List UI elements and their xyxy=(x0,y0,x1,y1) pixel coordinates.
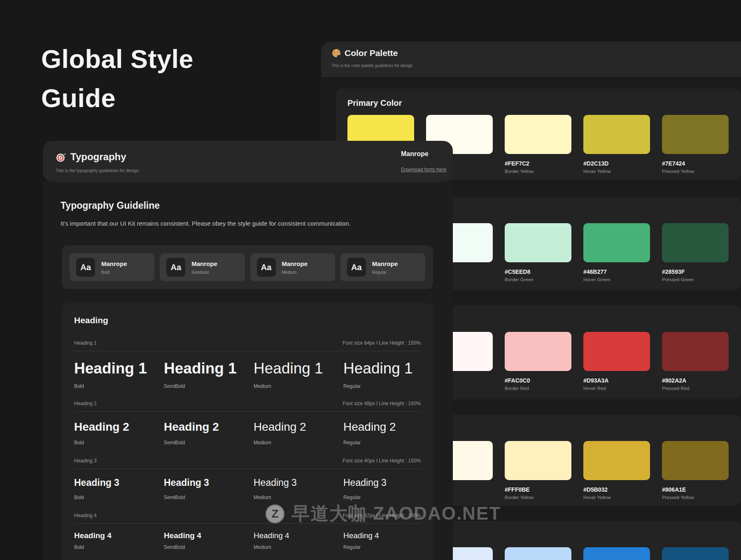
font-card-weight: Medium xyxy=(282,270,308,275)
color-swatch xyxy=(505,115,571,154)
swatch-name: Hover Yellow xyxy=(583,495,611,500)
swatch-name: Border Red xyxy=(505,386,530,391)
swatch-label: #C5EED8Border Green xyxy=(505,268,534,282)
heading-sample-cell: Heading 4Bold xyxy=(74,531,164,551)
heading-sample-cell: Heading 1Bold xyxy=(74,359,164,389)
swatch-name: Pressed Yellow xyxy=(662,169,694,174)
heading-sample-cell: Heading 3Bold xyxy=(74,477,164,500)
color-swatch xyxy=(662,115,729,154)
heading-sample: Heading 3 xyxy=(164,477,254,489)
heading-weight-label: SemiBold xyxy=(164,383,254,389)
font-sample-aa: Aa xyxy=(261,263,272,272)
heading-row-head: Heading 2Font size 48px I Line Height : … xyxy=(74,401,421,406)
heading-sample: Heading 3 xyxy=(254,477,343,489)
heading-row-label: Heading 4 xyxy=(74,513,97,518)
font-card-text: ManropeSemibold xyxy=(191,260,217,275)
heading-sample-cell: Heading 2Bold xyxy=(74,420,164,446)
heading-weight-label: Bold xyxy=(74,544,164,550)
heading-sample: Heading 2 xyxy=(343,420,421,434)
swatch-label: #D5B032Hover Yellow xyxy=(583,486,611,500)
page-title: Global Style Guide xyxy=(41,40,226,117)
heading-sample: Heading 3 xyxy=(74,477,164,489)
typography-guideline-text: It's important that our UI Kit remains c… xyxy=(61,220,351,227)
color-swatch xyxy=(583,332,650,371)
swatch-label: #806A1EPressed Yellow xyxy=(662,486,694,500)
typography-header: Typography This is the typography guidel… xyxy=(43,141,453,182)
heading-row-head: Heading 3Font size 40px I Line Height : … xyxy=(74,458,421,464)
swatch-label: #FFF0BEBorder Yellow xyxy=(505,486,534,500)
swatch-name: Border Yellow xyxy=(505,169,534,174)
color-swatch xyxy=(505,547,571,560)
swatch-hex: #FAC0C0 xyxy=(505,377,530,384)
swatch-hex: #FFF0BE xyxy=(505,486,534,493)
heading-sample: Heading 1 xyxy=(343,359,421,378)
heading-sample-cell: Heading 2SemiBold xyxy=(164,420,254,446)
swatch-hex: #C5EED8 xyxy=(505,268,534,275)
font-card-weight: Semibold xyxy=(191,270,217,275)
heading-samples: Heading 1BoldHeading 1SemiBoldHeading 1M… xyxy=(74,359,421,389)
swatch-name: Border Green xyxy=(505,277,534,282)
heading-weight-label: Bold xyxy=(74,440,164,446)
swatch-hex: #46B277 xyxy=(583,268,611,275)
heading-weight-label: Medium xyxy=(254,544,343,550)
swatch-label: #7E7424Pressed Yellow xyxy=(662,160,694,174)
heading-row-head: Heading 1Font size 64px I Line Height : … xyxy=(74,340,421,346)
swatch-name: Pressed Yellow xyxy=(662,495,694,500)
typography-guideline-title: Typography Guideline xyxy=(61,200,160,211)
color-swatch xyxy=(583,441,650,480)
heading-row: Heading 2Font size 48px I Line Height : … xyxy=(74,401,421,446)
color-section-title: Primary Color xyxy=(347,98,402,108)
heading-weight-label: Bold xyxy=(74,383,164,389)
heading-weight-label: SemiBold xyxy=(164,495,254,500)
heading-weight-label: SemiBold xyxy=(164,544,254,550)
font-card-name: Manrope xyxy=(282,260,308,267)
color-swatch xyxy=(662,441,729,480)
swatch-name: Hover Yellow xyxy=(583,169,611,174)
color-swatch xyxy=(662,332,729,371)
color-palette-header: Color Palette This is the color palette … xyxy=(321,42,741,77)
heading-weight-label: Regular xyxy=(343,383,421,389)
heading-sample-cell: Heading 1Medium xyxy=(254,359,343,389)
heading-sample: Heading 2 xyxy=(164,420,254,434)
color-swatch xyxy=(505,332,571,371)
font-card-name: Manrope xyxy=(101,260,127,267)
swatch-name: Pressed Red xyxy=(662,386,689,391)
color-swatch xyxy=(583,223,650,262)
heading-weight-label: Regular xyxy=(343,544,421,550)
heading-row: Heading 3Font size 40px I Line Height : … xyxy=(74,458,421,500)
swatch-hex: #FEF7C2 xyxy=(505,160,534,167)
font-card-name: Manrope xyxy=(191,260,217,267)
font-sample-box: Aa xyxy=(76,258,95,277)
color-swatch xyxy=(662,223,729,262)
swatch-name: Hover Red xyxy=(583,386,608,391)
divider xyxy=(74,351,421,351)
font-sample-aa: Aa xyxy=(170,263,181,272)
style-guide-canvas: Global Style Guide Color Palette This is… xyxy=(0,0,741,560)
color-swatch xyxy=(505,441,571,480)
watermark-badge: Z xyxy=(266,504,284,523)
heading-sample: Heading 3 xyxy=(343,477,421,489)
font-sample-box: Aa xyxy=(257,258,276,277)
heading-weight-label: Medium xyxy=(254,495,343,500)
swatch-label: #46B277Hover Green xyxy=(583,268,611,282)
font-card: AaManropeSemibold xyxy=(160,253,245,281)
heading-sample-cell: Heading 3Medium xyxy=(254,477,343,500)
download-fonts-link[interactable]: Download fonts here xyxy=(401,167,446,173)
heading-samples: Heading 3BoldHeading 3SemiBoldHeading 3M… xyxy=(74,477,421,500)
font-card: AaManropeRegular xyxy=(340,253,425,281)
heading-sample: Heading 1 xyxy=(164,359,254,378)
heading-sample: Heading 4 xyxy=(254,531,343,541)
heading-row-meta: Font size 40px I Line Height : 150% xyxy=(343,458,421,464)
target-icon xyxy=(56,152,66,163)
swatch-label: #D93A3AHover Red xyxy=(583,377,608,391)
heading-row-label: Heading 1 xyxy=(74,340,97,346)
swatch-hex: #806A1E xyxy=(662,486,694,493)
heading-row: Heading 1Font size 64px I Line Height : … xyxy=(74,340,421,389)
swatch-label: #D2C13DHover Yellow xyxy=(583,160,611,174)
swatch-label: #FEF7C2Border Yellow xyxy=(505,160,534,174)
heading-sample-cell: Heading 2Regular xyxy=(343,420,421,446)
font-family-name: Manrope xyxy=(401,150,429,158)
heading-sample: Heading 4 xyxy=(164,531,254,541)
divider xyxy=(74,469,421,469)
color-palette-subtitle: This is the color palette guidelines for… xyxy=(331,63,414,68)
